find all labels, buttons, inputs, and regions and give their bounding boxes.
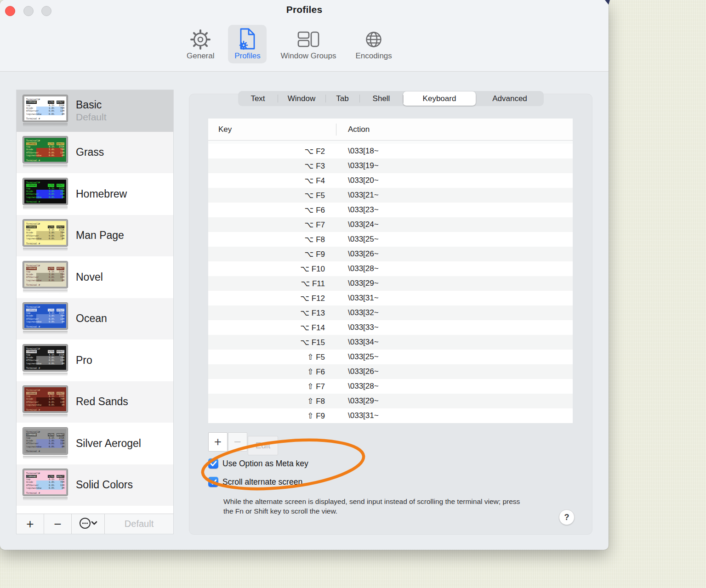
profile-name: Novel [76, 271, 103, 283]
tab-window[interactable]: Window [278, 91, 325, 106]
add-key-button[interactable]: + [208, 432, 228, 452]
table-row[interactable]: ⌥ F5 \033[21~ [208, 188, 573, 203]
tab-tab[interactable]: Tab [325, 91, 359, 106]
profile-list-item-homebrew[interactable]: Terminal1# COMMAND%CPURPRVT top4.1%231KX… [17, 173, 173, 215]
sidebar-footer: + − Default [17, 514, 173, 534]
tab-text[interactable]: Text [238, 91, 278, 106]
profile-thumbnail: Terminal1# COMMAND%CPURPRVT top4.1%231KX… [23, 136, 68, 168]
table-row[interactable]: ⇧ F7 \033[28~ [208, 379, 573, 394]
profile-list-item-man-page[interactable]: Terminal1# COMMAND%CPURPRVT top4.1%231KX… [17, 215, 173, 257]
action-cell: \033[25~ [336, 235, 379, 244]
key-cell: ⌥ F13 [208, 308, 336, 318]
scroll-alternate-screen-row: Scroll alternate screen [208, 477, 302, 487]
action-cell: \033[29~ [336, 279, 379, 288]
column-divider[interactable] [336, 124, 336, 136]
profile-document-icon [239, 28, 256, 50]
toolbar-item-general[interactable]: General [181, 25, 220, 63]
action-cell: \033[19~ [336, 161, 379, 170]
table-row[interactable]: ⌥ F13 \033[32~ [208, 305, 573, 320]
toolbar-item-label: Window Groups [280, 51, 336, 61]
profile-list-item-ocean[interactable]: Terminal1# COMMAND%CPURPRVT top4.1%231KX… [17, 298, 173, 340]
profile-list: Terminal1# COMMAND%CPURPRVT top4.1%231KX… [17, 90, 173, 514]
checkbox-label: Use Option as Meta key [222, 459, 308, 469]
preferences-toolbar: General [181, 25, 398, 63]
tab-keyboard[interactable]: Keyboard [403, 91, 476, 106]
profile-list-item-basic[interactable]: Terminal1# COMMAND%CPURPRVT top4.1%231KX… [17, 90, 173, 132]
table-row[interactable]: ⇧ F5 \033[25~ [208, 350, 573, 364]
profile-list-item-solid-colors[interactable]: Terminal1# COMMAND%CPURPRVT top4.1%231KX… [17, 464, 173, 506]
edit-key-button[interactable]: Edit [248, 436, 278, 455]
checkmark-icon [210, 461, 217, 467]
table-row[interactable]: ⌥ F12 \033[31~ [208, 291, 573, 305]
profile-list-item-pro[interactable]: Terminal1# COMMAND%CPURPRVT top4.1%231KX… [17, 339, 173, 381]
toolbar-item-window-groups[interactable]: Window Groups [275, 25, 342, 63]
profile-actions-menu-button[interactable] [72, 514, 105, 534]
thumbnail-reflection [23, 331, 68, 334]
titlebar: Profiles Gener [0, 0, 609, 72]
action-column-header: Action [348, 125, 370, 134]
action-cell: \033[24~ [336, 220, 379, 229]
table-row[interactable]: ⌥ F15 \033[34~ [208, 335, 573, 350]
table-row[interactable]: ⇧ F8 \033[29~ [208, 394, 573, 408]
set-default-button[interactable]: Default [105, 514, 173, 534]
remove-key-button[interactable]: − [228, 432, 247, 452]
table-row[interactable]: ⌥ F2 \033[18~ [208, 144, 573, 158]
table-row[interactable]: ⌥ F11 \033[29~ [208, 276, 573, 291]
tab-shell[interactable]: Shell [359, 91, 403, 106]
profile-list-item-novel[interactable]: Terminal1# COMMAND%CPURPRVT top4.1%231KX… [17, 256, 173, 298]
action-cell: \033[29~ [336, 396, 379, 406]
key-cell: ⇧ F5 [208, 352, 336, 362]
table-row[interactable]: ⇧ F9 \033[31~ [208, 408, 573, 423]
action-cell: \033[26~ [336, 249, 379, 259]
use-option-as-meta-key-row: Use Option as Meta key [208, 458, 308, 469]
profile-thumbnail: Terminal1# COMMAND%CPURPRVT top4.1%231KX… [23, 345, 68, 376]
action-cell: \033[28~ [336, 264, 379, 273]
add-profile-button[interactable]: + [17, 514, 44, 534]
profile-thumbnail: Terminal1# COMMAND%CPURPRVT top4.1%231KX… [23, 428, 68, 459]
profile-meta: Man Page [76, 229, 124, 242]
profile-list-item-grass[interactable]: Terminal1# COMMAND%CPURPRVT top4.1%231KX… [17, 132, 173, 174]
use-option-as-meta-key-checkbox[interactable] [208, 458, 218, 469]
circle-ellipsis-chevron-icon [79, 517, 97, 531]
key-cell: ⌥ F11 [208, 279, 336, 288]
profile-meta: Silver Aerogel [76, 437, 141, 450]
table-row[interactable]: ⌥ F8 \033[25~ [208, 232, 573, 247]
profile-meta: Novel [76, 271, 103, 283]
action-cell: \033[21~ [336, 191, 379, 200]
toolbar-item-profiles[interactable]: Profiles [228, 25, 267, 63]
tab-advanced[interactable]: Advanced [476, 91, 544, 106]
action-cell: \033[32~ [336, 308, 379, 317]
table-row[interactable]: ⌥ F9 \033[26~ [208, 247, 573, 261]
profile-meta: Basic Default [76, 99, 107, 123]
key-cell: ⌥ F2 [208, 147, 336, 156]
key-cell: ⌥ F4 [208, 176, 336, 186]
table-row[interactable]: ⇧ F6 \033[26~ [208, 364, 573, 379]
profile-meta: Pro [76, 354, 92, 367]
key-cell: ⇧ F7 [208, 382, 336, 391]
profile-sidebar: Terminal1# COMMAND%CPURPRVT top4.1%231KX… [17, 90, 173, 534]
key-cell: ⌥ F7 [208, 220, 336, 230]
terminal-preferences-window: Profiles Gener [0, 0, 609, 550]
table-rows: ⌥ F2 \033[18~ ⌥ F3 \033[19~ ⌥ F4 \033[20… [208, 144, 573, 423]
table-row[interactable]: ⌥ F3 \033[19~ [208, 158, 573, 173]
table-row[interactable]: ⌥ F7 \033[24~ [208, 217, 573, 232]
profile-name: Silver Aerogel [76, 437, 141, 450]
profile-list-item-red-sands[interactable]: Terminal1# COMMAND%CPURPRVT top4.1%231KX… [17, 381, 173, 423]
profile-meta: Ocean [76, 312, 107, 325]
table-row[interactable]: ⌥ F10 \033[28~ [208, 261, 573, 276]
profile-name: Grass [76, 146, 104, 158]
profile-name: Solid Colors [76, 479, 133, 491]
remove-profile-button[interactable]: − [44, 514, 72, 534]
scroll-alternate-screen-checkbox[interactable] [208, 477, 218, 487]
thumbnail-reflection [23, 206, 68, 210]
checkbox-label: Scroll alternate screen [222, 477, 302, 487]
toolbar-item-encodings[interactable]: Encodings [350, 25, 397, 63]
key-cell: ⌥ F6 [208, 205, 336, 215]
table-row[interactable]: ⌥ F14 \033[33~ [208, 320, 573, 335]
table-row[interactable]: ⌥ F6 \033[23~ [208, 203, 573, 217]
profile-list-item-silver-aerogel[interactable]: Terminal1# COMMAND%CPURPRVT top4.1%231KX… [17, 423, 173, 464]
table-header-gap [208, 141, 573, 144]
help-button[interactable]: ? [559, 509, 575, 525]
table-row[interactable]: ⌥ F4 \033[20~ [208, 173, 573, 188]
profile-meta: Red Sands [76, 396, 128, 408]
